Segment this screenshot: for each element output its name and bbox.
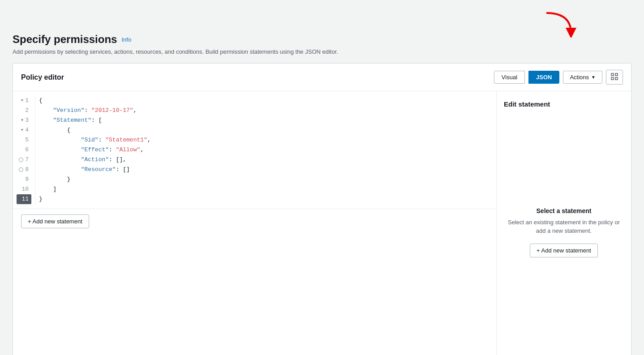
code-line-5: "Sid": "Statement1", (39, 135, 492, 145)
code-line-2: "Version": "2012-10-17", (39, 106, 492, 115)
circle-icon-8[interactable] (19, 167, 23, 172)
page-title: Specify permissions Info (13, 33, 631, 46)
line-num-3: ▼ 3 (17, 115, 31, 125)
code-line-7: "Action": [], (39, 155, 492, 165)
editor-title: Policy editor (21, 73, 64, 81)
svg-rect-2 (615, 73, 618, 76)
code-line-3: "Statement": [ (39, 115, 492, 125)
sidebar-empty-area: Select a statement Select an existing st… (504, 115, 624, 349)
chevron-down-icon: ▼ (591, 75, 596, 80)
grid-icon (611, 73, 618, 80)
visual-button[interactable]: Visual (494, 71, 525, 84)
edit-statement-sidebar: Edit statement Select a statement Select… (497, 91, 631, 355)
editor-header: Policy editor Visual JSON Actions ▼ (13, 64, 631, 91)
page-title-text: Specify permissions (13, 33, 117, 46)
code-panel: ▼ 1 2 ▼ 3 ▼ 4 (13, 91, 497, 355)
code-line-10: ] (39, 184, 492, 194)
select-stmt-desc: Select an existing statement in the poli… (504, 218, 624, 235)
line-num-11: 11 (17, 194, 31, 204)
expand-icon-button[interactable] (606, 70, 623, 85)
line-numbers: ▼ 1 2 ▼ 3 ▼ 4 (13, 96, 35, 204)
line-num-10: 10 (17, 184, 31, 194)
code-line-6: "Effect": "Allow", (39, 145, 492, 155)
page-subtitle: Add permissions by selecting services, a… (13, 48, 631, 55)
code-line-11: } (39, 194, 492, 204)
code-lines: { "Version": "2012-10-17", "Statement": … (39, 96, 496, 204)
line-num-9: 9 (17, 175, 31, 184)
svg-rect-4 (615, 77, 618, 80)
line-num-6: 6 (17, 145, 31, 155)
fold-icon-3[interactable]: ▼ (21, 115, 23, 125)
edit-statement-title: Edit statement (504, 100, 550, 108)
svg-rect-3 (611, 77, 614, 80)
code-line-1: { (39, 96, 492, 106)
line-num-2: 2 (17, 106, 31, 115)
line-num-7: 7 (17, 155, 31, 165)
fold-icon-1[interactable]: ▼ (21, 96, 23, 106)
editor-controls: Visual JSON Actions ▼ (494, 70, 623, 85)
select-stmt-label: Select a statement (537, 207, 592, 214)
info-link[interactable]: Info (121, 36, 131, 43)
code-area: ▼ 1 2 ▼ 3 ▼ 4 (13, 91, 496, 209)
line-num-1: ▼ 1 (17, 96, 31, 106)
add-stmt-bar: + Add new statement (13, 209, 496, 234)
line-num-8: 8 (17, 165, 31, 175)
add-new-statement-sidebar-button[interactable]: + Add new statement (530, 244, 598, 257)
code-line-8: "Resource": [] (39, 165, 492, 175)
code-line-4: { (39, 125, 492, 135)
fold-icon-4[interactable]: ▼ (21, 125, 23, 135)
svg-rect-1 (611, 73, 614, 76)
policy-editor-container: Policy editor Visual JSON Actions ▼ (13, 63, 631, 355)
actions-button[interactable]: Actions ▼ (563, 71, 602, 84)
circle-icon-7[interactable] (19, 158, 23, 162)
line-num-5: 5 (17, 135, 31, 145)
json-button[interactable]: JSON (528, 71, 559, 84)
code-line-9: } (39, 175, 492, 184)
editor-body: ▼ 1 2 ▼ 3 ▼ 4 (13, 91, 631, 355)
add-new-statement-bottom-button[interactable]: + Add new statement (21, 214, 89, 228)
line-num-4: ▼ 4 (17, 125, 31, 135)
actions-label: Actions (570, 74, 589, 81)
